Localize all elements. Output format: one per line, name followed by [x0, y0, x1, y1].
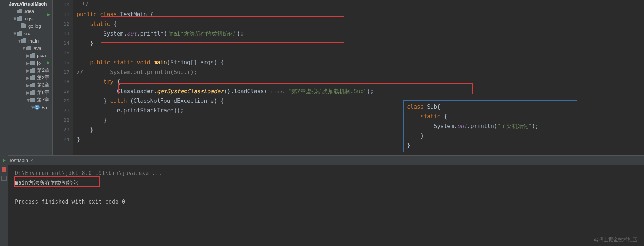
- left-tool-gutter: [0, 0, 8, 155]
- folder-icon: [30, 67, 36, 73]
- line-number[interactable]: 16▶: [53, 58, 69, 67]
- tree-item[interactable]: gc.log: [8, 22, 52, 30]
- console-exit: Process finished with exit code 0: [15, 197, 637, 207]
- tree-label: 第3章: [37, 82, 49, 88]
- tree-label: java: [33, 46, 41, 51]
- code-line-17: // System.out.println(Sup.i);: [77, 67, 644, 77]
- code-line-15: [77, 48, 644, 58]
- tree-label: gc.log: [28, 23, 41, 29]
- tree-arrow-icon[interactable]: ▼: [21, 46, 25, 51]
- tree-label: Fa: [41, 105, 47, 110]
- run-tab-label: TestMain: [9, 158, 28, 163]
- code-line-13: System.out.println("main方法所在的类初始化");: [77, 29, 644, 38]
- tree-item[interactable]: ▶java: [8, 52, 52, 59]
- run-gutter-icon[interactable]: ▶: [47, 10, 50, 19]
- line-number[interactable]: 23: [53, 125, 69, 135]
- tree-item[interactable]: .idea: [8, 7, 52, 15]
- run-gutter-icon[interactable]: ▶: [47, 58, 50, 67]
- code-line-16: public static void main(String[] args) {: [77, 58, 644, 67]
- tree-label: 第2章: [37, 67, 49, 74]
- close-icon[interactable]: ×: [30, 158, 33, 163]
- code-line-12: static {: [77, 19, 644, 29]
- code-line-10: */: [77, 1, 89, 8]
- tree-arrow-icon[interactable]: ▼: [13, 31, 16, 36]
- tree-label: .idea: [24, 9, 34, 14]
- console-output[interactable]: D:\Environment\jdk1.8.0_191\bin\java.exe…: [8, 165, 644, 210]
- line-number[interactable]: 20: [53, 96, 69, 106]
- run-tool-column: [0, 155, 8, 246]
- console-command: D:\Environment\jdk1.8.0_191\bin\java.exe…: [15, 168, 637, 178]
- overlay-code-popup: class Sub{ static { System.out.println("…: [403, 100, 577, 152]
- project-root[interactable]: JavaVirtualMach: [8, 0, 52, 7]
- watermark: @稀土掘金技术社区: [594, 236, 637, 243]
- console-line-1: main方法所在的类初始化: [15, 178, 637, 188]
- tree-label: main: [28, 38, 39, 44]
- line-number[interactable]: 10: [53, 0, 69, 10]
- tree-item[interactable]: ▼src: [8, 30, 52, 37]
- tree-arrow-icon[interactable]: ▶: [26, 68, 30, 73]
- stop-button[interactable]: [0, 166, 8, 173]
- tree-label: jol: [37, 60, 42, 66]
- line-number[interactable]: 14: [53, 38, 69, 48]
- tree-item[interactable]: ▶第6章: [8, 89, 52, 96]
- tree-item[interactable]: ▼main: [8, 37, 52, 44]
- tree-item[interactable]: ▼第7章: [8, 96, 52, 104]
- code-line-11: public class TestMain {: [77, 10, 644, 19]
- project-tree[interactable]: JavaVirtualMach .idea▼logsgc.log▼src▼mai…: [8, 0, 53, 155]
- tree-arrow-icon[interactable]: ▼: [13, 16, 16, 21]
- tree-label: 第7章: [37, 97, 49, 103]
- tree-item[interactable]: ▶第3章: [8, 81, 52, 89]
- folder-icon: [25, 45, 31, 51]
- rerun-button[interactable]: [0, 157, 8, 164]
- folder-icon: [30, 90, 36, 95]
- line-number[interactable]: 17: [53, 67, 69, 77]
- code-line-14: }: [77, 38, 644, 48]
- tree-label: 第6章: [37, 89, 49, 96]
- tree-arrow-icon[interactable]: ▶: [26, 60, 30, 66]
- run-panel: ▣ TestMain × D:\Environment\jdk1.8.0_191…: [0, 155, 644, 210]
- line-number[interactable]: 18: [53, 77, 69, 87]
- folder-icon: [30, 60, 36, 66]
- tree-label: src: [24, 31, 30, 36]
- line-gutter: 1011▶1213141516▶1718192021222324: [53, 0, 73, 155]
- tree-arrow-icon[interactable]: ▶: [26, 82, 30, 88]
- folder-icon: [30, 53, 36, 58]
- code-line-19: ClassLoader.getSystemClassLoader().loadC…: [77, 87, 644, 96]
- tree-item[interactable]: ▶第2章: [8, 74, 52, 81]
- console-blank: [15, 188, 637, 197]
- tree-item[interactable]: ▼logs: [8, 15, 52, 22]
- tree-item[interactable]: ▶第2章: [8, 67, 52, 74]
- folder-icon: [16, 16, 22, 21]
- folder-icon: [16, 8, 22, 14]
- line-number[interactable]: 24: [53, 135, 69, 144]
- tree-label: logs: [24, 16, 33, 21]
- line-number[interactable]: 15: [53, 48, 69, 58]
- tree-arrow-icon[interactable]: ▶: [26, 90, 30, 95]
- layout-button[interactable]: [0, 175, 8, 182]
- run-tab-bar[interactable]: ▣ TestMain ×: [0, 156, 644, 165]
- class-icon: C: [34, 104, 40, 110]
- code-line-18: try {: [77, 77, 644, 87]
- folder-icon: [30, 75, 36, 81]
- line-number[interactable]: 19: [53, 87, 69, 96]
- tree-item[interactable]: ▼java: [8, 44, 52, 52]
- tree-item[interactable]: ▼CFa: [8, 104, 52, 111]
- svg-rect-0: [2, 167, 6, 172]
- folder-icon: [21, 38, 27, 44]
- tree-label: 第2章: [37, 74, 49, 81]
- tree-arrow-icon[interactable]: ▶: [26, 53, 30, 58]
- line-number[interactable]: 11▶: [53, 10, 69, 19]
- file-icon: [21, 23, 27, 29]
- tree-item[interactable]: ▶jol: [8, 59, 52, 67]
- folder-icon: [30, 97, 36, 103]
- line-number[interactable]: 22: [53, 115, 69, 125]
- tree-arrow-icon[interactable]: ▼: [17, 38, 21, 44]
- tree-arrow-icon[interactable]: ▼: [26, 97, 30, 103]
- tree-arrow-icon[interactable]: ▶: [26, 75, 30, 81]
- line-number[interactable]: 21: [53, 106, 69, 115]
- tree-arrow-icon[interactable]: ▼: [30, 105, 34, 110]
- folder-icon: [30, 82, 36, 88]
- line-number[interactable]: 12: [53, 19, 69, 29]
- line-number[interactable]: 13: [53, 29, 69, 38]
- tree-label: java: [37, 53, 46, 58]
